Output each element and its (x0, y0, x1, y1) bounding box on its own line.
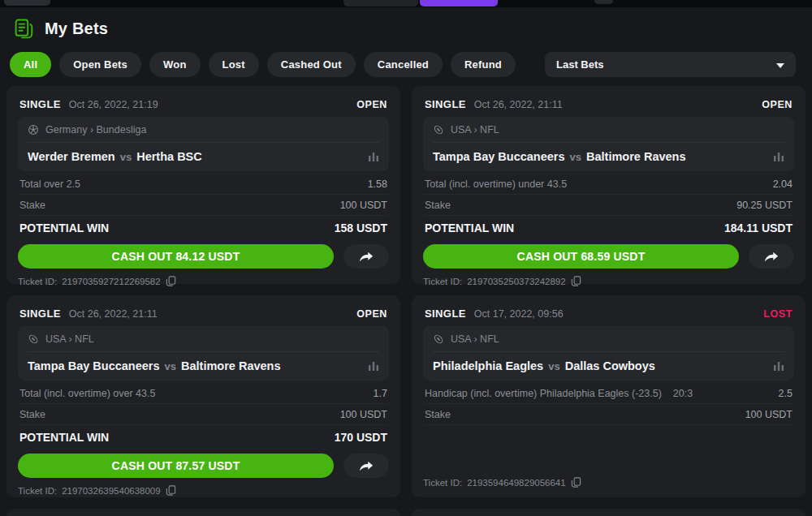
bet-details: Total (incl. overtime) under 43.5 2.04 S… (423, 171, 794, 239)
copy-icon[interactable] (571, 276, 581, 286)
market-label: Handicap (incl. overtime) Philadelphia E… (425, 388, 662, 399)
league-row: USA › NFL (433, 333, 784, 352)
market-label: Total over 2.5 (19, 178, 80, 190)
odds-value: 1.58 (368, 178, 387, 190)
stats-icon[interactable] (773, 152, 784, 161)
bet-card: SINGLE Oct 26, 2022, 21:19 OPEN Germany … (6, 86, 400, 284)
filter-won[interactable]: Won (149, 52, 201, 77)
filter-lost[interactable]: Lost (209, 52, 259, 77)
potential-win-value: 158 USDT (335, 221, 387, 234)
stats-icon[interactable] (368, 361, 379, 371)
teams-row: Philadelphia Eagles vs Dallas Cowboys (433, 359, 784, 372)
home-team: Tampa Bay Buccaneers (433, 150, 565, 163)
copy-icon[interactable] (166, 276, 176, 286)
filter-refund[interactable]: Refund (451, 52, 516, 77)
nav-item-fragment[interactable] (343, 0, 418, 6)
status-badge: OPEN (356, 99, 387, 110)
copy-icon[interactable] (571, 477, 581, 488)
my-bets-page: My Bets All Open Bets Won Lost Cashed Ou… (0, 0, 812, 516)
match-info[interactable]: USA › NFL Tampa Bay Buccaneers vs Baltim… (18, 326, 389, 381)
bet-card-header: SINGLE Oct 26, 2022, 21:11 OPEN (18, 303, 389, 326)
bet-date: Oct 17, 2022, 09:56 (474, 308, 564, 320)
filter-cashed-out[interactable]: Cashed Out (267, 52, 356, 77)
market-label: Total (incl. overtime) under 43.5 (425, 178, 567, 190)
status-badge: LOST (763, 308, 793, 320)
ticket-row: Ticket ID: 2197032639540638009 (18, 485, 389, 496)
market-row: Total over 2.5 1.58 (19, 174, 387, 195)
card-actions: CASH OUT 84.12 USDT (18, 244, 389, 269)
teams-row: Tampa Bay Buccaneers vs Baltimore Ravens (28, 359, 379, 372)
filter-cancelled[interactable]: Cancelled (364, 52, 443, 77)
match-info[interactable]: Germany › Bundesliga Werder Bremen vs He… (18, 117, 389, 171)
bet-card-header: SINGLE Oct 26, 2022, 21:19 OPEN (18, 94, 389, 117)
market-label: Total (incl. overtime) over 43.5 (19, 388, 155, 399)
stake-value: 90.25 USDT (736, 200, 793, 211)
away-team: Baltimore Ravens (181, 359, 281, 372)
odds-value: 1.7 (374, 388, 387, 399)
potential-win-label: POTENTIAL WIN (425, 221, 514, 234)
share-arrow-icon (359, 252, 374, 262)
stake-label: Stake (19, 409, 45, 420)
stake-label: Stake (19, 200, 45, 211)
match-info[interactable]: USA › NFL Tampa Bay Buccaneers vs Baltim… (423, 117, 794, 171)
ticket-id-label: Ticket ID: (423, 277, 462, 286)
stats-icon[interactable] (773, 361, 784, 371)
bet-date: Oct 26, 2022, 21:11 (69, 308, 158, 320)
stats-icon[interactable] (368, 152, 379, 161)
cash-out-button[interactable]: CASH OUT 68.59 USDT (423, 244, 739, 269)
odds-value: 2.5 (779, 388, 793, 399)
potential-win-label: POTENTIAL WIN (19, 431, 109, 444)
share-arrow-icon (764, 252, 779, 262)
bet-card-partial (412, 509, 806, 516)
last-bets-dropdown[interactable]: Last Bets (545, 52, 796, 77)
share-arrow-icon (359, 461, 374, 471)
bet-card-header: SINGLE Oct 26, 2022, 21:11 OPEN (423, 94, 794, 117)
stake-row: Stake 100 USDT (19, 404, 387, 425)
ticket-id-value: 2197035927212269582 (62, 277, 161, 286)
soccer-ball-icon (28, 124, 39, 135)
match-info[interactable]: USA › NFL Philadelphia Eagles vs Dallas … (423, 326, 794, 381)
active-nav-item-fragment[interactable] (420, 0, 498, 6)
potential-win-value: 184.11 USDT (724, 221, 793, 234)
stake-row: Stake 100 USDT (425, 404, 793, 425)
bet-date: Oct 26, 2022, 21:19 (69, 99, 158, 110)
ticket-id-value: 2197035250373242892 (467, 277, 566, 286)
stake-value: 100 USDT (340, 200, 387, 211)
share-button[interactable] (749, 244, 794, 269)
bet-card: SINGLE Oct 26, 2022, 21:11 OPEN USA › NF… (412, 86, 806, 284)
copy-icon[interactable] (166, 485, 176, 496)
bet-type: SINGLE (19, 98, 61, 110)
top-nav-strip (0, 0, 812, 7)
stake-label: Stake (425, 409, 451, 420)
filter-all[interactable]: All (10, 52, 51, 77)
potential-win-row: POTENTIAL WIN 158 USDT (19, 216, 387, 239)
american-football-icon (433, 333, 444, 345)
bet-date: Oct 26, 2022, 21:11 (474, 99, 563, 110)
dropdown-selected-value: Last Bets (556, 58, 604, 71)
potential-win-row: POTENTIAL WIN 170 USDT (19, 425, 387, 448)
ticket-id-label: Ticket ID: (18, 486, 57, 496)
bets-grid: SINGLE Oct 26, 2022, 21:19 OPEN Germany … (0, 77, 812, 516)
status-badge: OPEN (762, 99, 793, 110)
league-row: USA › NFL (433, 124, 784, 143)
nav-item-fragment[interactable] (594, 0, 613, 4)
bet-card: SINGLE Oct 17, 2022, 09:56 LOST USA › NF… (412, 295, 806, 497)
share-button[interactable] (343, 454, 389, 478)
american-football-icon (433, 124, 444, 135)
away-team: Baltimore Ravens (586, 150, 686, 163)
league-row: Germany › Bundesliga (28, 124, 379, 143)
home-team: Philadelphia Eagles (433, 359, 543, 372)
filter-open-bets[interactable]: Open Bets (59, 52, 141, 77)
vs-label: vs (570, 151, 581, 163)
stake-value: 100 USDT (745, 409, 793, 420)
odds-value: 2.04 (773, 178, 793, 190)
bet-type: SINGLE (425, 98, 466, 110)
ticket-id-value: 2197032639540638009 (62, 486, 161, 496)
nav-item-fragment[interactable] (4, 0, 50, 6)
share-button[interactable] (343, 244, 389, 269)
cash-out-button[interactable]: CASH OUT 84.12 USDT (18, 244, 334, 269)
cash-out-button[interactable]: CASH OUT 87.57 USDT (18, 454, 334, 478)
bet-details: Handicap (incl. overtime) Philadelphia E… (423, 381, 794, 425)
league-label: USA › NFL (451, 124, 499, 135)
bet-card: SINGLE Oct 26, 2022, 21:11 OPEN USA › NF… (6, 295, 400, 497)
